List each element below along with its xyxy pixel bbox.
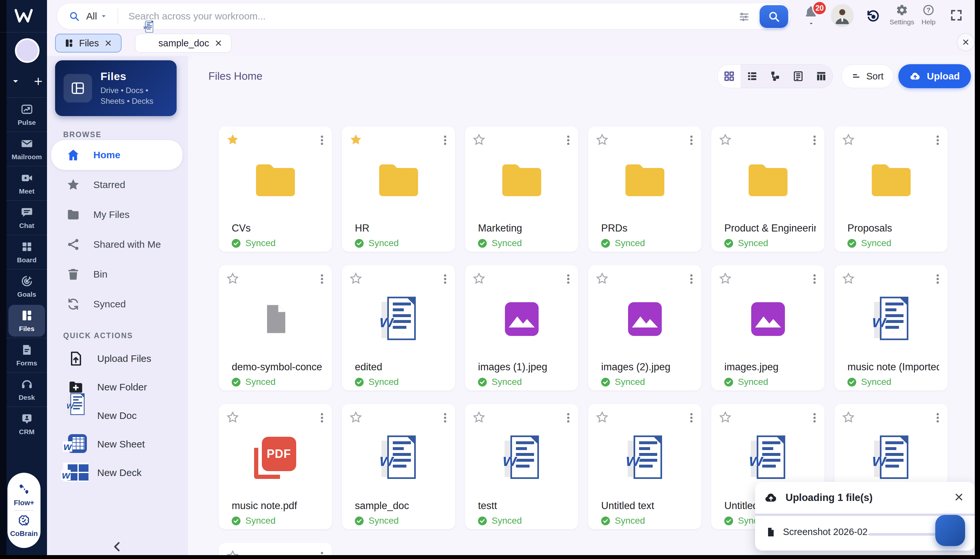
kebab-menu-icon[interactable] xyxy=(686,411,696,425)
file-card[interactable]: images.jpegSynced xyxy=(711,265,825,390)
kebab-menu-icon[interactable] xyxy=(563,272,573,286)
star-outline-icon[interactable] xyxy=(595,410,609,424)
view-mode-list[interactable] xyxy=(741,64,764,88)
view-mode-columns[interactable] xyxy=(810,64,833,88)
star-filled-icon[interactable] xyxy=(349,133,363,147)
file-card[interactable]: ProposalsSynced xyxy=(835,126,948,251)
rail-item-goals[interactable]: Goals xyxy=(7,269,47,303)
kebab-menu-icon[interactable] xyxy=(317,134,327,147)
kebab-menu-icon[interactable] xyxy=(810,411,819,425)
file-card[interactable]: wmusic note (Imported)Synced xyxy=(835,265,948,390)
star-outline-icon[interactable] xyxy=(349,272,363,285)
star-outline-icon[interactable] xyxy=(226,549,239,555)
file-card[interactable]: MarketingSynced xyxy=(465,126,578,251)
tab-files[interactable]: Files xyxy=(55,34,122,53)
kebab-menu-icon[interactable] xyxy=(686,272,696,286)
view-mode-detail[interactable] xyxy=(787,64,810,88)
search-submit-button[interactable] xyxy=(760,5,788,28)
brand-logo[interactable] xyxy=(0,0,47,32)
quick-action-newdoc[interactable]: wNew Doc xyxy=(51,402,182,430)
collapse-sidebar-chevron[interactable] xyxy=(110,539,124,554)
star-outline-icon[interactable] xyxy=(595,272,609,285)
user-avatar[interactable] xyxy=(832,5,853,26)
star-outline-icon[interactable] xyxy=(841,272,855,285)
kebab-menu-icon[interactable] xyxy=(317,550,327,555)
close-icon[interactable] xyxy=(104,39,112,47)
rail-item-meet[interactable]: Meet xyxy=(7,166,47,200)
kebab-menu-icon[interactable] xyxy=(563,134,573,147)
kebab-menu-icon[interactable] xyxy=(933,411,942,425)
star-outline-icon[interactable] xyxy=(226,272,239,285)
quick-action-newdeck[interactable]: wNew Deck xyxy=(51,458,182,487)
plus-icon[interactable] xyxy=(33,76,43,86)
kebab-menu-icon[interactable] xyxy=(440,411,450,425)
kebab-menu-icon[interactable] xyxy=(810,134,819,147)
file-card[interactable]: wUntitled textSynced xyxy=(588,404,701,529)
rail-item-board[interactable]: Board xyxy=(7,235,47,269)
file-card[interactable]: images (2).jpegSynced xyxy=(588,265,701,390)
star-outline-icon[interactable] xyxy=(718,272,732,285)
star-outline-icon[interactable] xyxy=(472,272,486,285)
search-scope-dropdown[interactable]: All xyxy=(86,11,107,22)
close-workspace-button[interactable] xyxy=(957,33,975,51)
file-card[interactable]: Product & EngineeringSynced xyxy=(711,126,825,251)
settings-button[interactable]: Settings xyxy=(889,4,915,26)
rail-item-chat[interactable]: Chat xyxy=(7,200,47,235)
kebab-menu-icon[interactable] xyxy=(810,272,819,286)
file-card[interactable]: PDFmusic note.pdfSynced xyxy=(219,404,332,529)
file-card[interactable]: weditedSynced xyxy=(342,265,455,390)
star-outline-icon[interactable] xyxy=(349,410,363,424)
quick-action-upload[interactable]: Upload Files xyxy=(51,344,182,373)
sidebar-item-myfiles[interactable]: My Files xyxy=(51,200,182,230)
sidebar-item-home[interactable]: Home xyxy=(51,140,182,170)
file-card[interactable]: CVsSynced xyxy=(219,126,332,251)
files-app-card[interactable]: Files Drive • Docs • Sheets • Decks xyxy=(55,60,177,116)
rail-item-crm[interactable]: CRM xyxy=(7,407,47,441)
rail-item-flow[interactable]: Flow+ xyxy=(14,480,35,510)
star-outline-icon[interactable] xyxy=(226,410,239,424)
star-outline-icon[interactable] xyxy=(841,133,855,147)
file-card[interactable]: demo-symbol-conce…Synced xyxy=(219,265,332,390)
upload-button[interactable]: Upload xyxy=(898,64,971,88)
search-input[interactable] xyxy=(128,11,791,22)
rail-item-desk[interactable]: Desk xyxy=(7,372,47,407)
file-card[interactable]: HRSynced xyxy=(342,126,455,251)
fullscreen-icon[interactable] xyxy=(950,8,963,22)
help-button[interactable]: ? Help xyxy=(915,4,942,26)
rail-item-forms[interactable]: Forms xyxy=(7,338,47,372)
file-card[interactable] xyxy=(219,543,332,555)
rail-item-cobrain[interactable]: CoBrain xyxy=(10,511,38,541)
kebab-menu-icon[interactable] xyxy=(317,411,327,425)
kebab-menu-icon[interactable] xyxy=(317,272,327,286)
file-card[interactable]: wsample_docSynced xyxy=(342,404,455,529)
star-outline-icon[interactable] xyxy=(472,133,486,147)
sidebar-item-bin[interactable]: Bin xyxy=(51,260,182,289)
star-outline-icon[interactable] xyxy=(841,410,855,424)
close-icon[interactable] xyxy=(214,39,223,47)
file-card[interactable]: wtesttSynced xyxy=(465,404,578,529)
star-outline-icon[interactable] xyxy=(718,410,732,424)
sidebar-item-shared[interactable]: Shared with Me xyxy=(51,230,182,260)
rail-item-pulse[interactable]: Pulse xyxy=(7,97,47,132)
sidebar-item-synced[interactable]: Synced xyxy=(51,289,182,319)
workspace-avatar[interactable] xyxy=(15,38,40,63)
history-icon[interactable] xyxy=(865,8,881,24)
kebab-menu-icon[interactable] xyxy=(933,134,942,147)
quick-action-newsheet[interactable]: wNew Sheet xyxy=(51,430,182,458)
filter-tune-icon[interactable] xyxy=(738,11,750,23)
kebab-menu-icon[interactable] xyxy=(440,272,450,286)
star-filled-icon[interactable] xyxy=(226,133,239,147)
rail-item-files[interactable]: Files xyxy=(8,305,45,337)
star-outline-icon[interactable] xyxy=(718,133,732,147)
rail-item-mailroom[interactable]: Mailroom xyxy=(7,132,47,166)
kebab-menu-icon[interactable] xyxy=(686,134,696,147)
view-mode-grid[interactable] xyxy=(718,64,741,88)
sidebar-item-starred[interactable]: Starred xyxy=(51,170,182,200)
file-card[interactable]: images (1).jpegSynced xyxy=(465,265,578,390)
star-outline-icon[interactable] xyxy=(472,410,486,424)
sort-button[interactable]: Sort xyxy=(841,64,893,88)
chevron-down-icon[interactable] xyxy=(11,76,20,86)
view-mode-tree[interactable] xyxy=(764,64,787,88)
file-card[interactable]: PRDsSynced xyxy=(588,126,701,251)
tab-sample-doc[interactable]: w sample_doc xyxy=(135,34,231,53)
